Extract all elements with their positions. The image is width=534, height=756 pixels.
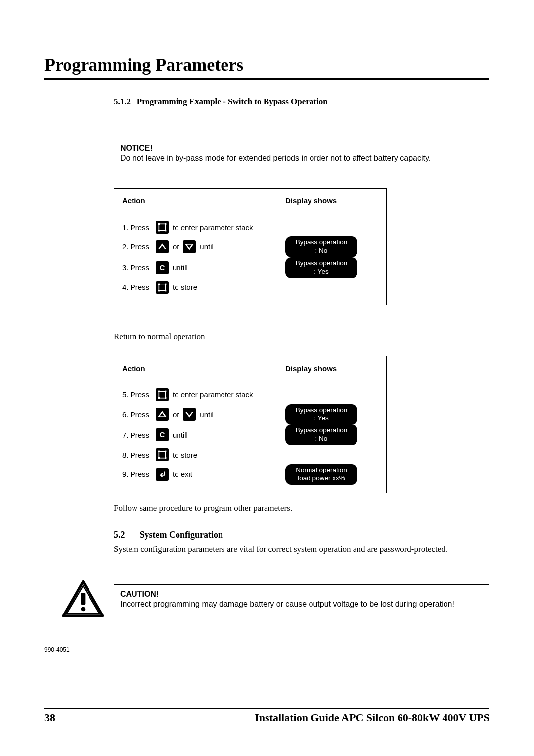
instruction: untill xyxy=(156,261,285,274)
display-pill: Bypass operation: No xyxy=(285,425,357,445)
up-arrow-icon xyxy=(156,240,169,253)
up-arrow-icon xyxy=(156,408,169,421)
table-row: 1. Pressto enter parameter stack xyxy=(122,218,378,236)
instruction: to store xyxy=(156,448,285,461)
instruction-tail: untill xyxy=(173,431,188,439)
display-cell: Bypass operation: No xyxy=(285,425,378,445)
section-5-1-2-heading: 5.1.2 Programming Example - Switch to By… xyxy=(114,97,490,107)
table-row: 8. Pressto store xyxy=(122,445,378,464)
instruction: to enter parameter stack xyxy=(156,388,285,401)
notice-label: NOTICE! xyxy=(120,144,483,153)
instruction: to store xyxy=(156,281,285,294)
table-row: 9. Pressto exitNormal operationload powe… xyxy=(122,464,378,485)
instruction: oruntil xyxy=(156,408,285,421)
display-pill: Bypass operation: Yes xyxy=(285,257,357,278)
instruction-tail: to enter parameter stack xyxy=(173,223,253,232)
pound-icon xyxy=(156,388,169,401)
step-label: 5. Press xyxy=(122,390,156,399)
page-footer: 38 Installation Guide APC Silcon 60-80kW… xyxy=(44,708,490,724)
display-pill: Bypass operation: No xyxy=(285,236,357,257)
section-title: Programming Example - Switch to Bypass O… xyxy=(137,97,328,106)
instruction-tail: untill xyxy=(173,263,188,272)
instruction-tail: until xyxy=(200,410,214,419)
page-number: 38 xyxy=(44,711,55,724)
step-label: 3. Press xyxy=(122,263,156,272)
down-arrow-icon xyxy=(183,240,196,253)
display-pill: Normal operationload power xx% xyxy=(285,464,357,485)
instruction-tail: to store xyxy=(173,283,197,291)
section-number: 5.1.2 xyxy=(114,97,131,106)
notice-box: NOTICE! Do not leave in by-pass mode for… xyxy=(114,139,490,168)
table-row: 2. PressoruntilBypass operation: No xyxy=(122,236,378,257)
pound-icon xyxy=(156,221,169,234)
header-display: Display shows xyxy=(285,196,378,205)
follow-procedure-text: Follow same procedure to program other p… xyxy=(114,503,490,513)
instruction: oruntil xyxy=(156,240,285,253)
title-rule xyxy=(44,78,490,80)
caution-box: CAUTION! Incorrect programming may damag… xyxy=(114,584,490,614)
table-row: 6. PressoruntilBypass operation: Yes xyxy=(122,404,378,425)
section-5-2-number: 5.2 xyxy=(114,530,125,540)
footer-title: Installation Guide APC Silcon 60-80kW 40… xyxy=(255,711,490,724)
caution-text: Incorrect programming may damage battery… xyxy=(120,600,483,609)
display-cell: Bypass operation: Yes xyxy=(285,257,378,278)
warning-icon xyxy=(61,580,105,618)
header-action: Action xyxy=(122,364,285,373)
step-label: 8. Press xyxy=(122,451,156,459)
header-action: Action xyxy=(122,196,285,205)
action-table-1: Action Display shows 1. Pressto enter pa… xyxy=(114,188,387,305)
display-cell: Bypass operation: No xyxy=(285,236,378,257)
caution-label: CAUTION! xyxy=(120,590,483,599)
page-title: Programming Parameters xyxy=(44,54,490,75)
down-arrow-icon xyxy=(183,408,196,421)
return-to-normal-text: Return to normal operation xyxy=(114,332,490,342)
instruction: to exit xyxy=(156,468,285,481)
action-table-2: Action Display shows 5. Pressto enter pa… xyxy=(114,356,387,493)
system-config-text: System configuration parameters are vita… xyxy=(114,544,490,554)
display-pill: Bypass operation: Yes xyxy=(285,404,357,425)
step-label: 9. Press xyxy=(122,470,156,478)
c-icon xyxy=(156,261,169,274)
step-label: 4. Press xyxy=(122,283,156,291)
step-label: 1. Press xyxy=(122,223,156,232)
step-label: 2. Press xyxy=(122,242,156,251)
step-label: 6. Press xyxy=(122,410,156,419)
notice-text: Do not leave in by-pass mode for extende… xyxy=(120,154,483,163)
instruction-tail: to enter parameter stack xyxy=(173,390,253,399)
instruction-tail: to store xyxy=(173,451,197,459)
display-cell: Bypass operation: Yes xyxy=(285,404,378,425)
enter-icon xyxy=(156,468,169,481)
header-display: Display shows xyxy=(285,364,378,373)
section-5-2-title: System Configuration xyxy=(140,530,223,540)
instruction: untill xyxy=(156,428,285,441)
table-row: 4. Pressto store xyxy=(122,278,378,297)
or-text: or xyxy=(173,242,179,251)
or-text: or xyxy=(173,410,179,419)
pound-icon xyxy=(156,281,169,294)
pound-icon xyxy=(156,448,169,461)
table-row: 7. PressuntillBypass operation: No xyxy=(122,425,378,445)
instruction-tail: until xyxy=(200,242,214,251)
step-label: 7. Press xyxy=(122,431,156,439)
table-row: 5. Pressto enter parameter stack xyxy=(122,385,378,404)
instruction-tail: to exit xyxy=(173,470,192,478)
display-cell: Normal operationload power xx% xyxy=(285,464,378,485)
table-row: 3. PressuntillBypass operation: Yes xyxy=(122,257,378,278)
instruction: to enter parameter stack xyxy=(156,221,285,234)
c-icon xyxy=(156,428,169,441)
document-code: 990-4051 xyxy=(44,646,490,653)
